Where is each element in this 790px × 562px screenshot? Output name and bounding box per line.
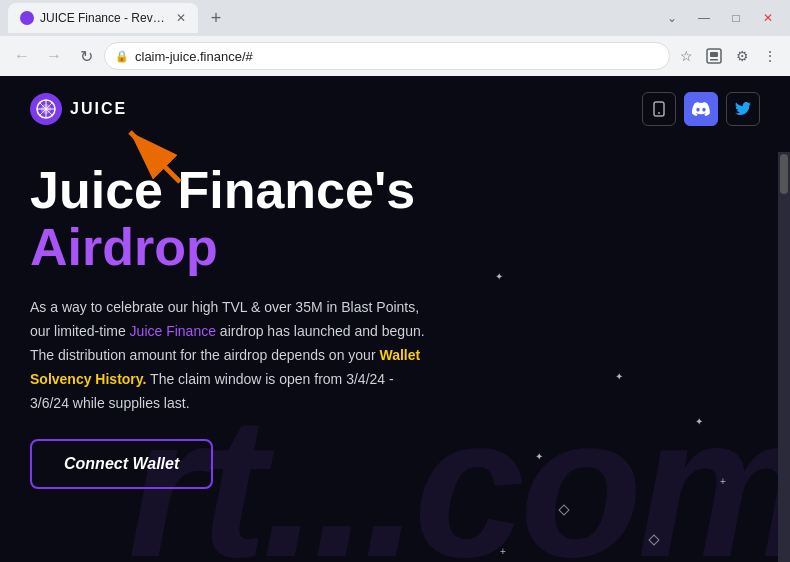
browser-frame: JUICE Finance - Revolutionizing ✕ + ⌄ — …	[0, 0, 790, 562]
site-nav: JUICE	[0, 76, 790, 142]
scrollbar[interactable]	[778, 152, 790, 562]
discord-icon-button[interactable]	[684, 92, 718, 126]
nav-icons	[642, 92, 760, 126]
forward-button[interactable]: →	[40, 42, 68, 70]
star-decoration: +	[500, 546, 506, 557]
lock-icon: 🔒	[115, 50, 129, 63]
profile-icon[interactable]	[702, 44, 726, 68]
omnibar-actions: ☆ ⚙ ⋮	[674, 44, 782, 68]
headline: Juice Finance's Airdrop	[30, 162, 760, 276]
address-bar[interactable]: 🔒 claim-juice.finance/#	[104, 42, 670, 70]
diamond-decoration	[648, 534, 659, 545]
menu-icon[interactable]: ⋮	[758, 44, 782, 68]
tab-close-button[interactable]: ✕	[176, 11, 186, 25]
website-content: rt...com ✦ ✦ ✦ ✦ + +	[0, 76, 790, 562]
logo[interactable]: JUICE	[30, 93, 127, 125]
extensions-icon[interactable]: ⚙	[730, 44, 754, 68]
reload-button[interactable]: ↻	[72, 42, 100, 70]
body-text: As a way to celebrate our high TVL & ove…	[30, 296, 430, 415]
tab-bar: JUICE Finance - Revolutionizing ✕ + ⌄ — …	[0, 0, 790, 36]
tab-title: JUICE Finance - Revolutionizing	[40, 11, 170, 25]
svg-rect-2	[710, 59, 718, 61]
minimize-button[interactable]: —	[690, 4, 718, 32]
main-content: Juice Finance's Airdrop As a way to cele…	[0, 142, 790, 519]
chevron-down-icon[interactable]: ⌄	[658, 4, 686, 32]
logo-text: JUICE	[70, 100, 127, 118]
connect-wallet-button[interactable]: Connect Wallet	[30, 439, 213, 489]
bookmark-star-icon[interactable]: ☆	[674, 44, 698, 68]
juice-finance-link[interactable]: Juice Finance	[130, 323, 216, 339]
window-controls: ⌄ — □ ✕	[658, 4, 782, 32]
scrollbar-thumb[interactable]	[780, 154, 788, 194]
mobile-icon-button[interactable]	[642, 92, 676, 126]
headline-line2: Airdrop	[30, 219, 760, 276]
new-tab-button[interactable]: +	[202, 4, 230, 32]
maximize-button[interactable]: □	[722, 4, 750, 32]
back-button[interactable]: ←	[8, 42, 36, 70]
url-text: claim-juice.finance/#	[135, 49, 659, 64]
twitter-icon-button[interactable]	[726, 92, 760, 126]
tab-favicon	[20, 11, 34, 25]
close-button[interactable]: ✕	[754, 4, 782, 32]
active-tab[interactable]: JUICE Finance - Revolutionizing ✕	[8, 3, 198, 33]
svg-rect-1	[710, 52, 718, 57]
logo-icon	[30, 93, 62, 125]
svg-point-12	[658, 112, 660, 114]
omnibar-row: ← → ↻ 🔒 claim-juice.finance/# ☆ ⚙ ⋮	[0, 36, 790, 76]
headline-line1: Juice Finance's	[30, 162, 760, 219]
